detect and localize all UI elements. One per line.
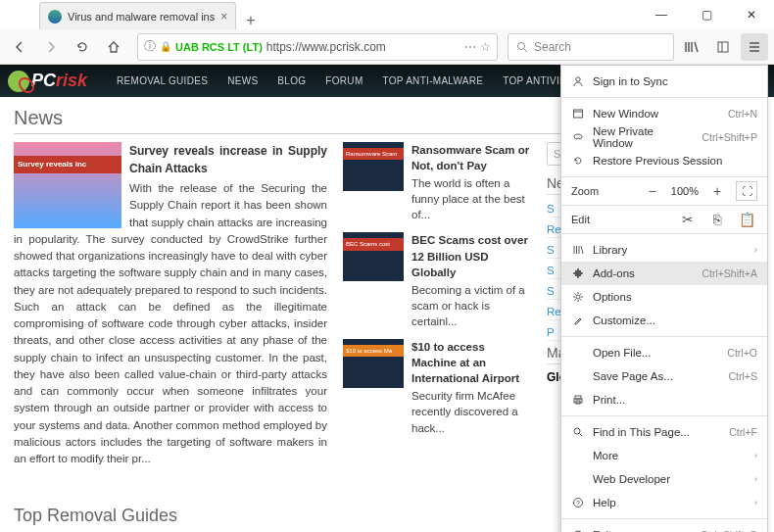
- copy-button[interactable]: ⎘: [706, 210, 728, 229]
- menu-print[interactable]: Print...: [561, 388, 767, 411]
- menu-new-private-window[interactable]: New Private Window Ctrl+Shift+P: [561, 125, 767, 149]
- print-icon: [571, 393, 585, 407]
- menu-sign-in[interactable]: Sign in to Sync: [561, 70, 767, 93]
- side-title[interactable]: $10 to access Machine at an Internationa…: [411, 339, 531, 386]
- browser-toolbar: ⓘ 🔒 UAB RCS LT (LT) https://www.pcrisk.c…: [0, 29, 774, 65]
- search-icon: [571, 425, 585, 439]
- reload-button[interactable]: [69, 33, 96, 61]
- puzzle-icon: [571, 266, 585, 280]
- zoom-value: 100%: [671, 185, 699, 197]
- user-icon: [571, 74, 585, 88]
- nav-forum[interactable]: FORUM: [315, 75, 372, 86]
- menu-customize[interactable]: Customize...: [561, 309, 767, 332]
- tab-title: Virus and malware removal ins: [68, 11, 215, 23]
- chevron-right-icon: ›: [754, 451, 757, 460]
- exit-icon: [571, 528, 585, 532]
- side-article: Ransomware Scam Ransomware Scam or Not, …: [343, 142, 531, 222]
- side-title[interactable]: BEC Scams cost over 12 Billion USD Globa…: [411, 232, 531, 279]
- menu-new-window[interactable]: New Window Ctrl+N: [561, 102, 767, 125]
- side-article: $10 to access Ma $10 to access Machine a…: [343, 339, 531, 436]
- cut-button[interactable]: ✂: [677, 210, 699, 229]
- menu-restore-session[interactable]: Restore Previous Session: [561, 149, 767, 172]
- menu-more[interactable]: More ›: [561, 444, 767, 467]
- paste-button[interactable]: 📋: [736, 210, 757, 229]
- fullscreen-button[interactable]: ⛶: [736, 181, 757, 201]
- menu-web-developer[interactable]: Web Developer ›: [561, 467, 767, 491]
- svg-point-0: [518, 42, 525, 49]
- nav-removal-guides[interactable]: REMOVAL GUIDES: [107, 75, 218, 86]
- side-title[interactable]: Ransomware Scam or Not, don't Pay: [411, 142, 531, 173]
- forward-button[interactable]: [37, 33, 65, 61]
- nav-news[interactable]: NEWS: [218, 75, 267, 86]
- chevron-right-icon: ›: [754, 245, 757, 255]
- window-icon: [571, 107, 585, 121]
- url-identity: UAB RCS LT (LT): [175, 41, 263, 53]
- chevron-right-icon: ›: [754, 498, 757, 508]
- library-button[interactable]: [678, 33, 705, 61]
- menu-zoom: Zoom − 100% + ⛶: [561, 177, 767, 205]
- window-controls: — ▢ ✕: [639, 0, 774, 29]
- page-content: PCrisk REMOVAL GUIDES NEWS BLOG FORUM TO…: [0, 65, 774, 532]
- home-button[interactable]: [100, 33, 127, 61]
- close-button[interactable]: ✕: [729, 0, 774, 29]
- sidebar-button[interactable]: [709, 33, 737, 61]
- restore-icon: [571, 154, 585, 168]
- lock-icon: 🔒: [160, 41, 171, 52]
- nav-blog[interactable]: BLOG: [267, 75, 315, 86]
- tab-favicon: [48, 10, 62, 24]
- side-articles: Ransomware Scam Ransomware Scam or Not, …: [343, 142, 531, 467]
- svg-rect-3: [574, 110, 583, 118]
- main-article: Survey reveals inc Survey reveals increa…: [14, 142, 327, 467]
- search-icon: [516, 41, 528, 53]
- menu-addons[interactable]: Add-ons Ctrl+Shift+A: [561, 262, 767, 285]
- side-thumb[interactable]: $10 to access Ma: [343, 339, 404, 388]
- logo-icon: [8, 71, 29, 92]
- menu-edit: Edit ✂ ⎘ 📋: [561, 206, 767, 233]
- site-logo[interactable]: PCrisk: [8, 71, 87, 92]
- chevron-right-icon: ›: [754, 474, 757, 484]
- url-text: https://www.pcrisk.com: [266, 40, 460, 54]
- side-thumb[interactable]: BEC Scams cost: [343, 232, 404, 281]
- menu-button[interactable]: [741, 33, 768, 61]
- window-titlebar: Virus and malware removal ins × + — ▢ ✕: [0, 0, 774, 29]
- new-tab-button[interactable]: +: [236, 12, 265, 29]
- main-article-thumb[interactable]: Survey reveals inc: [14, 142, 121, 228]
- svg-rect-1: [718, 42, 728, 52]
- svg-point-4: [576, 295, 580, 299]
- firefox-menu: Sign in to Sync New Window Ctrl+N New Pr…: [560, 65, 768, 532]
- svg-text:?: ?: [576, 500, 580, 507]
- tab-close-icon[interactable]: ×: [220, 10, 227, 24]
- svg-point-2: [576, 77, 580, 81]
- help-icon: ?: [571, 496, 585, 509]
- paint-icon: [571, 314, 585, 327]
- menu-library[interactable]: Library ›: [561, 238, 767, 262]
- url-bar[interactable]: ⓘ 🔒 UAB RCS LT (LT) https://www.pcrisk.c…: [137, 33, 498, 61]
- side-article: BEC Scams cost BEC Scams cost over 12 Bi…: [343, 232, 531, 329]
- minimize-button[interactable]: —: [639, 0, 684, 29]
- menu-options[interactable]: Options: [561, 285, 767, 309]
- zoom-in-button[interactable]: +: [706, 181, 728, 201]
- search-placeholder: Search: [534, 40, 571, 54]
- library-icon: [571, 243, 585, 257]
- zoom-out-button[interactable]: −: [642, 181, 663, 201]
- back-button[interactable]: [6, 33, 33, 61]
- bookmark-star-icon[interactable]: ☆: [480, 40, 491, 54]
- reader-icon[interactable]: ⋯: [464, 40, 476, 54]
- menu-save-page[interactable]: Save Page As... Ctrl+S: [561, 364, 767, 388]
- side-thumb[interactable]: Ransomware Scam: [343, 142, 404, 191]
- menu-help[interactable]: ? Help ›: [561, 491, 767, 514]
- menu-exit[interactable]: Exit Ctrl+Shift+Q: [561, 523, 767, 532]
- gear-icon: [571, 290, 585, 304]
- search-bar[interactable]: Search: [508, 33, 674, 61]
- mask-icon: [571, 130, 585, 144]
- svg-point-8: [574, 428, 580, 434]
- nav-anti-malware[interactable]: TOP ANTI-MALWARE: [373, 75, 494, 86]
- menu-find[interactable]: Find in This Page... Ctrl+F: [561, 420, 767, 444]
- browser-tab[interactable]: Virus and malware removal ins ×: [39, 2, 236, 29]
- maximize-button[interactable]: ▢: [684, 0, 729, 29]
- info-icon[interactable]: ⓘ: [144, 38, 156, 55]
- top-guides-heading: Top Removal Guides: [14, 506, 177, 526]
- menu-open-file[interactable]: Open File... Ctrl+O: [561, 341, 767, 364]
